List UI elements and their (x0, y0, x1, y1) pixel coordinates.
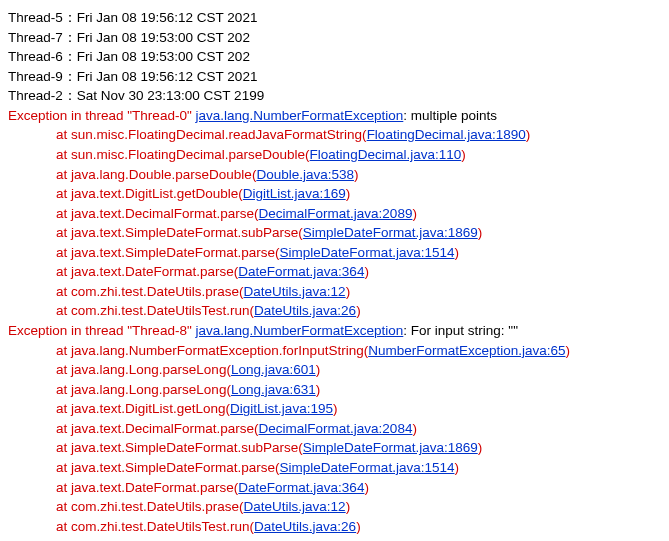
stack-frame-text: ) (346, 499, 351, 514)
log-line: Thread-2：Sat Nov 30 23:13:00 CST 2199 (8, 86, 661, 106)
source-link[interactable]: SimpleDateFormat.java:1869 (303, 225, 478, 240)
exception-prefix: Exception in thread "Thread-0" (8, 108, 195, 123)
source-link[interactable]: DateUtils.java:26 (254, 303, 356, 318)
source-link[interactable]: FloatingDecimal.java:110 (310, 147, 462, 162)
stack-frame-text: at java.text.DigitList.getDouble( (56, 186, 243, 201)
stack-frame-text: at java.text.DecimalFormat.parse( (56, 206, 259, 221)
stack-frame-text: at java.text.SimpleDateFormat.parse( (56, 245, 280, 260)
log-line: Thread-6：Fri Jan 08 19:53:00 CST 202 (8, 47, 661, 67)
stack-frame-text: at java.lang.Long.parseLong( (56, 382, 231, 397)
stack-frame: at java.lang.Double.parseDouble(Double.j… (8, 165, 661, 185)
stack-frame-text: ) (364, 480, 369, 495)
stack-frame-text: ) (346, 186, 351, 201)
log-line: Thread-7：Fri Jan 08 19:53:00 CST 202 (8, 28, 661, 48)
exception-prefix: Exception in thread "Thread-8" (8, 323, 195, 338)
stack-frame-text: ) (478, 225, 483, 240)
source-link[interactable]: DecimalFormat.java:2084 (259, 421, 413, 436)
source-link[interactable]: FloatingDecimal.java:1890 (367, 127, 526, 142)
stack-frame-text: ) (454, 460, 459, 475)
stack-frame: at com.zhi.test.DateUtilsTest.run(DateUt… (8, 517, 661, 537)
stack-trace: at java.lang.NumberFormatException.forIn… (8, 341, 661, 537)
stack-frame-text: ) (354, 167, 359, 182)
source-link[interactable]: DateFormat.java:364 (238, 480, 364, 495)
stack-frame: at java.text.SimpleDateFormat.subParse(S… (8, 223, 661, 243)
stack-frame-text: ) (316, 362, 321, 377)
stack-frame: at sun.misc.FloatingDecimal.readJavaForm… (8, 125, 661, 145)
stack-frame: at java.text.DecimalFormat.parse(Decimal… (8, 204, 661, 224)
source-link[interactable]: SimpleDateFormat.java:1869 (303, 440, 478, 455)
stack-frame: at java.text.DigitList.getDouble(DigitLi… (8, 184, 661, 204)
stack-frame-text: at java.text.SimpleDateFormat.subParse( (56, 440, 303, 455)
exception-class-link[interactable]: java.lang.NumberFormatException (195, 323, 403, 338)
stack-frame-text: at com.zhi.test.DateUtilsTest.run( (56, 303, 254, 318)
stack-frame: at java.text.DigitList.getLong(DigitList… (8, 399, 661, 419)
exception-message: : multiple points (403, 108, 497, 123)
stack-frame-text: ) (316, 382, 321, 397)
source-link[interactable]: Long.java:601 (231, 362, 316, 377)
stack-frame: at java.text.SimpleDateFormat.parse(Simp… (8, 458, 661, 478)
stack-frame-text: at java.lang.NumberFormatException.forIn… (56, 343, 368, 358)
stack-frame-text: ) (333, 401, 338, 416)
source-link[interactable]: DigitList.java:195 (230, 401, 333, 416)
stack-frame: at com.zhi.test.DateUtils.prase(DateUtil… (8, 282, 661, 302)
stack-frame-text: ) (356, 519, 361, 534)
exception-class-link[interactable]: java.lang.NumberFormatException (195, 108, 403, 123)
exception-message: : For input string: "" (403, 323, 518, 338)
source-link[interactable]: DecimalFormat.java:2089 (259, 206, 413, 221)
stack-frame: at java.text.DateFormat.parse(DateFormat… (8, 262, 661, 282)
stack-frame: at java.lang.Long.parseLong(Long.java:63… (8, 380, 661, 400)
log-line: Thread-5：Fri Jan 08 19:56:12 CST 2021 (8, 8, 661, 28)
stack-frame-text: ) (364, 264, 369, 279)
stack-frame-text: ) (566, 343, 571, 358)
stack-frame-text: ) (454, 245, 459, 260)
stack-frame: at java.lang.Long.parseLong(Long.java:60… (8, 360, 661, 380)
stack-frame: at sun.misc.FloatingDecimal.parseDouble(… (8, 145, 661, 165)
source-link[interactable]: Double.java:538 (256, 167, 354, 182)
source-link[interactable]: NumberFormatException.java:65 (368, 343, 565, 358)
stack-frame: at java.text.DateFormat.parse(DateFormat… (8, 478, 661, 498)
stack-frame: at com.zhi.test.DateUtils.prase(DateUtil… (8, 497, 661, 517)
stack-frame: at java.text.SimpleDateFormat.subParse(S… (8, 438, 661, 458)
stack-frame-text: at com.zhi.test.DateUtils.prase( (56, 499, 244, 514)
stack-frame: at java.text.DecimalFormat.parse(Decimal… (8, 419, 661, 439)
exception-header: Exception in thread "Thread-8" java.lang… (8, 321, 661, 341)
stack-frame-text: at java.text.SimpleDateFormat.subParse( (56, 225, 303, 240)
source-link[interactable]: SimpleDateFormat.java:1514 (280, 460, 455, 475)
stack-frame-text: ) (526, 127, 531, 142)
console-output: Thread-5：Fri Jan 08 19:56:12 CST 2021 Th… (8, 8, 661, 536)
source-link[interactable]: SimpleDateFormat.java:1514 (280, 245, 455, 260)
stack-frame-text: at sun.misc.FloatingDecimal.parseDouble( (56, 147, 310, 162)
stack-frame-text: at java.lang.Long.parseLong( (56, 362, 231, 377)
stack-frame: at com.zhi.test.DateUtilsTest.run(DateUt… (8, 301, 661, 321)
source-link[interactable]: DigitList.java:169 (243, 186, 346, 201)
source-link[interactable]: Long.java:631 (231, 382, 316, 397)
stack-frame-text: at java.lang.Double.parseDouble( (56, 167, 256, 182)
stack-frame-text: ) (412, 206, 417, 221)
stack-frame: at java.lang.NumberFormatException.forIn… (8, 341, 661, 361)
stack-frame-text: at java.text.DecimalFormat.parse( (56, 421, 259, 436)
source-link[interactable]: DateUtils.java:12 (244, 499, 346, 514)
source-link[interactable]: DateFormat.java:364 (238, 264, 364, 279)
stack-frame-text: ) (478, 440, 483, 455)
stack-frame-text: at java.text.DateFormat.parse( (56, 480, 238, 495)
log-line: Thread-9：Fri Jan 08 19:56:12 CST 2021 (8, 67, 661, 87)
stack-frame-text: at com.zhi.test.DateUtilsTest.run( (56, 519, 254, 534)
source-link[interactable]: DateUtils.java:12 (244, 284, 346, 299)
source-link[interactable]: DateUtils.java:26 (254, 519, 356, 534)
stack-frame-text: at com.zhi.test.DateUtils.prase( (56, 284, 244, 299)
stack-trace: at sun.misc.FloatingDecimal.readJavaForm… (8, 125, 661, 321)
exception-header: Exception in thread "Thread-0" java.lang… (8, 106, 661, 126)
stack-frame-text: ) (412, 421, 417, 436)
stack-frame-text: at java.text.DigitList.getLong( (56, 401, 230, 416)
stack-frame: at java.text.SimpleDateFormat.parse(Simp… (8, 243, 661, 263)
stack-frame-text: at java.text.DateFormat.parse( (56, 264, 238, 279)
stack-frame-text: at java.text.SimpleDateFormat.parse( (56, 460, 280, 475)
stack-frame-text: ) (461, 147, 466, 162)
stack-frame-text: ) (346, 284, 351, 299)
stack-frame-text: ) (356, 303, 361, 318)
stack-frame-text: at sun.misc.FloatingDecimal.readJavaForm… (56, 127, 367, 142)
